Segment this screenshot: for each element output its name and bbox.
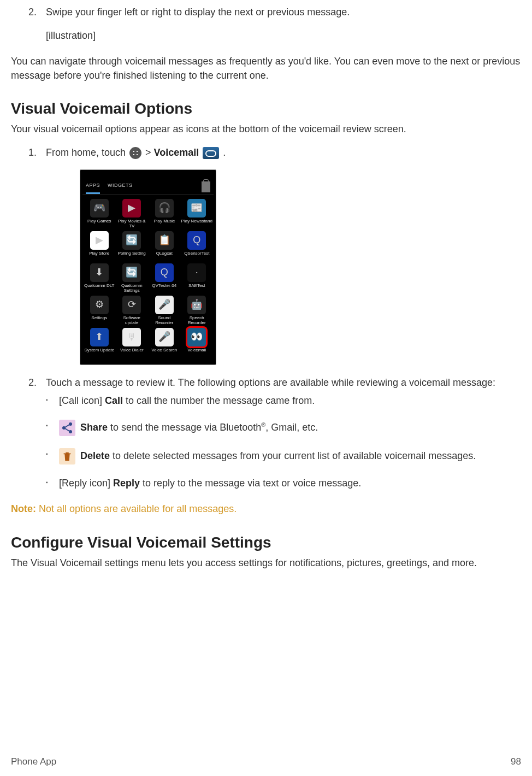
phone-app: ▶Play Movies & TV	[116, 199, 148, 229]
app-label: Qualcomm Settings	[116, 284, 148, 293]
app-label: Speech Recorder	[181, 316, 213, 326]
app-label: QVTester-04	[152, 284, 176, 293]
app-icon: ⬆	[90, 328, 109, 346]
share-icon	[59, 420, 75, 436]
app-label: System Update	[84, 348, 114, 358]
phone-app: 🎤Sound Recorder	[149, 296, 180, 326]
app-label: Settings	[91, 316, 107, 326]
app-label: Voice Search	[151, 348, 177, 358]
step-touch-message: Touch a message to review it. The follow…	[39, 376, 521, 390]
app-icon: ⟳	[122, 296, 141, 314]
bullet-reply: [Reply icon] Reply to reply to the messa…	[59, 477, 521, 490]
step-swipe: Swipe your finger left or right to displ…	[39, 5, 521, 43]
reply-rest: to reply to the message via text or voic…	[140, 478, 361, 489]
app-label: Play Newsstand	[181, 219, 212, 229]
options-steps: From home, touch > Voicemail . APPS WIDG…	[11, 146, 521, 390]
phone-app: QQVTester-04	[149, 263, 180, 293]
phone-apps-grid: 🎮Play Games▶Play Movies & TV🎧Play Music📰…	[82, 195, 214, 359]
phone-app: ⬇Qualcomm DLT	[84, 263, 115, 293]
phone-app: 🤖Speech Recorder	[181, 296, 213, 326]
app-icon: 🎤	[155, 328, 174, 346]
app-label: Voicemail	[187, 348, 206, 358]
app-label: Play Movies & TV	[116, 219, 148, 229]
call-icon-label: [Call icon]	[59, 395, 105, 406]
phone-app: 🎧Play Music	[149, 199, 180, 229]
app-label: Polling Setting	[118, 251, 146, 261]
note: Note: Not all options are available for …	[11, 502, 521, 516]
phone-app: ⚙Settings	[84, 296, 115, 326]
step2-text: Touch a message to review it. The follow…	[46, 377, 495, 388]
phone-app: 🎮Play Games	[84, 199, 115, 229]
phone-app: ⬆System Update	[84, 328, 115, 358]
heading-options: Visual Voicemail Options	[11, 98, 521, 119]
app-label: Sound Recorder	[149, 316, 180, 326]
options-bullets: [Call icon] Call to call the number the …	[11, 394, 521, 490]
apps-icon	[129, 147, 141, 159]
prev-section-steps: Swipe your finger left or right to displ…	[11, 5, 521, 43]
app-label: QLogcat	[156, 251, 173, 261]
bullet-delete: Delete to delete selected messages from …	[59, 448, 521, 465]
heading-configure: Configure Visual Voicemail Settings	[11, 532, 521, 553]
play-store-icon	[202, 181, 210, 192]
app-label: Play Store	[89, 251, 109, 261]
step1-bold: Voicemail	[154, 147, 199, 158]
step-from-home: From home, touch > Voicemail . APPS WIDG…	[39, 146, 521, 365]
bullet-share: Share to send the message via Bluetooth®…	[59, 420, 521, 436]
step1-mid: >	[145, 147, 154, 158]
delete-icon	[59, 448, 75, 465]
app-label: QSensorTest	[184, 251, 209, 261]
note-label: Note:	[11, 503, 36, 514]
phone-app: ·SAETest	[181, 263, 213, 293]
app-label: Qualcomm DLT	[84, 284, 114, 293]
call-rest: to call the number the message came from…	[123, 395, 315, 406]
tab-widgets: WIDGETS	[108, 182, 133, 194]
phone-screenshot: APPS WIDGETS 🎮Play Games▶Play Movies & T…	[80, 169, 216, 365]
phone-app: 🔄Qualcomm Settings	[116, 263, 148, 293]
app-label: Voice Dialer	[120, 348, 144, 358]
bullet-call: [Call icon] Call to call the number the …	[59, 394, 521, 408]
phone-app: 👀Voicemail	[181, 328, 213, 358]
app-icon: ⚙	[90, 296, 109, 314]
illustration-placeholder: [illustration]	[46, 29, 521, 43]
app-icon: Q	[155, 263, 174, 282]
share-rest-a: to send the message via Bluetooth	[108, 422, 261, 433]
reg-mark: ®	[261, 421, 265, 428]
app-icon: 🤖	[187, 296, 206, 314]
voicemail-icon	[203, 147, 219, 159]
reply-bold: Reply	[113, 478, 140, 489]
configure-body: The Visual Voicemail settings menu lets …	[11, 556, 521, 570]
phone-app: QQSensorTest	[181, 231, 213, 261]
step1-prefix: From home, touch	[46, 147, 128, 158]
step1-suffix: .	[223, 147, 226, 158]
note-text: Not all options are available for all me…	[36, 503, 237, 514]
delete-rest: to delete selected messages from your cu…	[110, 450, 476, 461]
share-rest-b: , Gmail, etc.	[265, 422, 318, 433]
app-icon: 🎙	[122, 328, 141, 346]
app-icon: 🔄	[122, 231, 141, 250]
app-label: Play Games	[87, 219, 111, 229]
phone-app: 📰Play Newsstand	[181, 199, 213, 229]
phone-app: 🎙Voice Dialer	[116, 328, 148, 358]
phone-tabs: APPS WIDGETS	[82, 180, 214, 195]
app-label: Play Music	[153, 219, 175, 229]
phone-app: 📋QLogcat	[149, 231, 180, 261]
app-icon: ⬇	[90, 263, 109, 282]
phone-statusbar	[82, 173, 214, 180]
options-intro: Your visual voicemail options appear as …	[11, 122, 521, 136]
app-icon: 📰	[187, 199, 206, 217]
nav-paragraph: You can navigate through voicemail messa…	[11, 55, 521, 82]
app-icon: 🎮	[90, 199, 109, 217]
app-icon: 🔄	[122, 263, 141, 282]
share-bold: Share	[80, 422, 108, 433]
app-label: Software update	[116, 316, 148, 326]
app-icon: ▶	[90, 231, 109, 250]
app-icon: 🎤	[155, 296, 174, 314]
app-label: SAETest	[188, 284, 205, 293]
reply-icon-label: [Reply icon]	[59, 478, 113, 489]
call-bold: Call	[105, 395, 123, 406]
phone-app: ⟳Software update	[116, 296, 148, 326]
app-icon: ▶	[122, 199, 141, 217]
step2-text: Swipe your finger left or right to displ…	[46, 7, 350, 17]
phone-app: 🔄Polling Setting	[116, 231, 148, 261]
phone-app: 🎤Voice Search	[149, 328, 180, 358]
